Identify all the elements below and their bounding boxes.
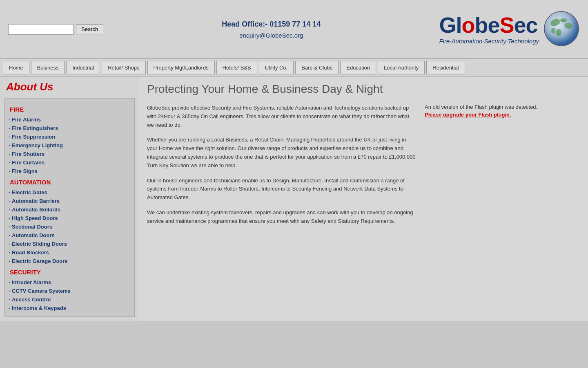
- sidebar-link-electric-sliding-doors[interactable]: Electric Sliding Doors: [8, 240, 131, 248]
- sidebar-link-access-control[interactable]: Access Control: [8, 295, 131, 304]
- logo-s: S: [499, 13, 514, 37]
- sidebar-link-fire-curtains[interactable]: Fire Curtains: [8, 158, 131, 167]
- nav-item-industrial[interactable]: Industrial: [66, 61, 100, 74]
- logo-tagline: Fire·Automation·Security·Technology: [439, 38, 539, 45]
- head-office-text: Head Office:- 01159 77 14 14: [116, 20, 427, 29]
- sidebar-link-emergency-lighting[interactable]: Emergency Lighting: [8, 141, 131, 150]
- sidebar: About Us FIREFire AlarmsFire Extinguishe…: [0, 76, 139, 321]
- sidebar-section-security: SECURITY: [8, 269, 131, 276]
- sidebar-link-automatic-barriers[interactable]: Automatic Barriers: [8, 197, 131, 205]
- nav-item-home[interactable]: Home: [3, 61, 29, 74]
- sidebar-section-fire: FIRE: [8, 106, 131, 113]
- logo-globe: Gl: [439, 13, 461, 37]
- sidebar-link-intruder-alarms[interactable]: Intruder Alarms: [8, 278, 131, 287]
- sidebar-link-high-speed-doors[interactable]: High Speed Doors: [8, 214, 131, 222]
- flash-notice-text: An old version of the Flash plugin was d…: [425, 104, 537, 110]
- nav-bar: HomeBusinessIndustrialRetail/ ShopsPrope…: [0, 59, 588, 76]
- page-title: Protecting Your Home & Business Day & Ni…: [147, 83, 580, 96]
- sidebar-inner: FIREFire AlarmsFire ExtinguishersFire Su…: [4, 98, 135, 317]
- nav-item-local[interactable]: Local Authority: [378, 61, 425, 74]
- svg-point-2: [560, 18, 567, 22]
- search-input[interactable]: [8, 24, 74, 35]
- svg-point-4: [556, 29, 561, 36]
- logo-be: be: [474, 13, 499, 37]
- search-button[interactable]: Search: [76, 24, 103, 34]
- sidebar-link-road-blockers[interactable]: Road Blockers: [8, 248, 131, 257]
- nav-item-residential[interactable]: Residential: [426, 61, 465, 74]
- content-paragraph: Whether you are running a Local Business…: [147, 136, 416, 170]
- nav-item-property[interactable]: Property Mgt/Landlords: [147, 61, 215, 74]
- sidebar-link-fire-alarms[interactable]: Fire Alarms: [8, 115, 131, 124]
- sidebar-link-electric-garage-doors[interactable]: Electric Garage Doors: [8, 257, 131, 265]
- flash-notice-area: An old version of the Flash plugin was d…: [425, 104, 580, 232]
- sidebar-link-fire-extinguishers[interactable]: Fire Extinguishers: [8, 124, 131, 132]
- sidebar-link-sectional-doors[interactable]: Sectional Doors: [8, 222, 131, 231]
- sidebar-link-electric-gates[interactable]: Electric Gates: [8, 188, 131, 197]
- sidebar-link-cctv-camera-systems[interactable]: CCTV Camera Systems: [8, 287, 131, 295]
- nav-item-utility[interactable]: Utility Co.: [259, 61, 294, 74]
- search-area: Search: [8, 24, 103, 35]
- sidebar-link-automatic-doors[interactable]: Automatic Doors: [8, 231, 131, 240]
- logo-ec: ec: [514, 13, 537, 37]
- sidebar-link-fire-signs[interactable]: Fire Signs: [8, 167, 131, 175]
- sidebar-link-fire-suppression[interactable]: Fire Suppression: [8, 132, 131, 141]
- nav-item-bars[interactable]: Bars & Clubs: [295, 61, 339, 74]
- sidebar-link-fire-shutters[interactable]: Fire Shutters: [8, 150, 131, 158]
- nav-item-hotels[interactable]: Hotels/ B&B: [216, 61, 257, 74]
- content-paragraph: We can undertake existing system takeove…: [147, 209, 416, 226]
- nav-item-retail[interactable]: Retail/ Shops: [102, 61, 145, 74]
- contact-info: Head Office:- 01159 77 14 14 enquiry@Glo…: [116, 20, 427, 39]
- logo-area: GlobeSec Fire·Automation·Security·Techno…: [439, 10, 580, 48]
- content-paragraph: GlobeSec provide effective Security and …: [147, 104, 416, 129]
- flash-upgrade-link[interactable]: Please upgrade your Flash plugin.: [425, 112, 580, 118]
- sidebar-link-automatic-bollards[interactable]: Automatic Bollards: [8, 205, 131, 214]
- globe-graphic: [543, 10, 580, 48]
- main-paragraphs: GlobeSec provide effective Security and …: [147, 104, 416, 232]
- main-content: About Us FIREFire AlarmsFire Extinguishe…: [0, 76, 588, 321]
- header: Search Head Office:- 01159 77 14 14 enqu…: [0, 0, 588, 59]
- sidebar-link-intercoms-keypads[interactable]: Intercoms & Keypads: [8, 304, 131, 312]
- content-area: Protecting Your Home & Business Day & Ni…: [139, 76, 588, 321]
- logo-o: o: [461, 13, 474, 37]
- content-paragraph: Our in house engineers and technicians e…: [147, 177, 416, 202]
- about-us-title: About Us: [4, 81, 135, 93]
- nav-item-business[interactable]: Business: [31, 61, 65, 74]
- sidebar-section-automation: AUTOMATION: [8, 179, 131, 186]
- email-text: enquiry@GlobeSec.org: [116, 32, 427, 39]
- nav-item-education[interactable]: Education: [340, 61, 376, 74]
